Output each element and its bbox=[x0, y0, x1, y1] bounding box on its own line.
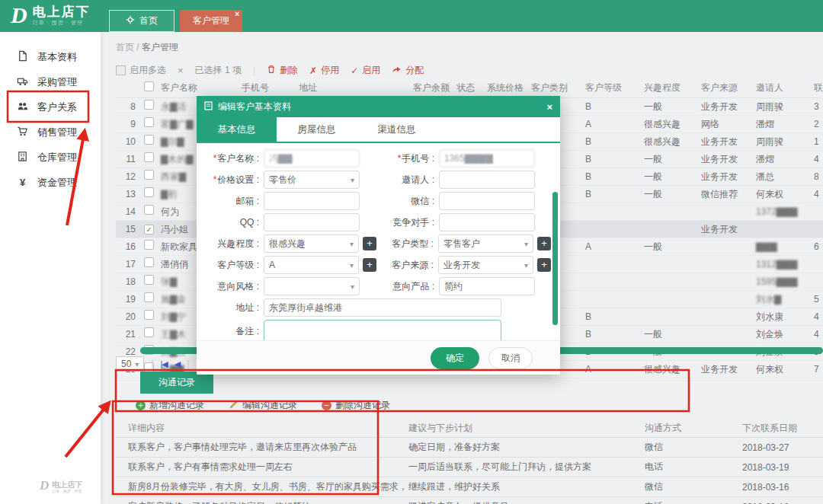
remark-label: 备注 : bbox=[206, 325, 264, 338]
edit-record-button[interactable]: 编辑沟通记录 bbox=[229, 399, 297, 412]
row-checkbox[interactable] bbox=[144, 292, 154, 302]
add-record-button[interactable]: + 新增沟通记录 bbox=[136, 399, 204, 412]
col-balance: 客户余额 bbox=[412, 78, 456, 98]
customer-name-field[interactable] bbox=[264, 149, 360, 167]
intent-style-label: 意向风格 : bbox=[206, 280, 264, 293]
add-source-option-button[interactable]: + bbox=[537, 258, 551, 272]
sidebar-item-purchase[interactable]: 采购管理 bbox=[0, 69, 101, 94]
customer-source-label: 客户来源 : bbox=[387, 259, 438, 272]
row-checkbox[interactable] bbox=[144, 240, 154, 250]
modal-close-icon[interactable]: × bbox=[546, 101, 552, 113]
tab-channel-info[interactable]: 渠道信息 bbox=[357, 117, 437, 142]
row-checkbox[interactable] bbox=[144, 187, 154, 197]
breadcrumb-home[interactable]: 首页 bbox=[116, 42, 134, 53]
disable-button[interactable]: ✗ 停用 bbox=[309, 64, 339, 77]
communication-table: 详细内容 建议与下步计划 沟通方式 下次联系日期 联系客户，客户事情处理完毕，邀… bbox=[116, 419, 823, 504]
tab-basic-info[interactable]: 基本信息 bbox=[197, 117, 277, 142]
modal-body: *客户名称 : *手机号 : *价格设置 : 零售价▾ 邀请人 : 邮箱 : 微… bbox=[197, 143, 560, 343]
row-checkbox[interactable] bbox=[144, 135, 154, 145]
customer-source-select[interactable]: 业务开发▾ bbox=[438, 256, 533, 274]
row-checkbox[interactable] bbox=[144, 257, 154, 267]
top-bar: D 电上店下 订单 · 囤货 · 管理 首页 客户管理 × bbox=[0, 0, 823, 32]
multi-select-icon bbox=[116, 65, 126, 75]
prev-page-button[interactable]: ◀ bbox=[175, 359, 180, 369]
modal-title: 编辑客户基本资料 bbox=[218, 100, 291, 113]
col-status: 状态 bbox=[456, 78, 486, 98]
app-title: 电上店下 bbox=[33, 5, 91, 19]
wechat-field[interactable] bbox=[439, 192, 535, 210]
modal-footer: 确定 取消 bbox=[197, 340, 560, 375]
remark-field[interactable] bbox=[264, 320, 501, 343]
delete-record-button[interactable]: − 删除沟通记录 bbox=[322, 399, 390, 412]
comm-row[interactable]: 联系客户，客户有事情需求处理一周左右一周后适当联系，尽可能上门拜访，提供方案电话… bbox=[116, 458, 823, 477]
cross-icon: ✗ bbox=[309, 65, 317, 76]
modal-scrollbar[interactable] bbox=[552, 192, 558, 325]
document-icon bbox=[204, 101, 213, 113]
add-interest-option-button[interactable]: + bbox=[363, 237, 376, 250]
add-grade-option-button[interactable]: + bbox=[363, 258, 376, 272]
inviter-field[interactable] bbox=[439, 171, 535, 189]
customer-type-select[interactable]: 零售客户▾ bbox=[438, 234, 533, 253]
intent-product-label: 意向产品 : bbox=[370, 280, 439, 293]
col-source: 客户来源 bbox=[700, 78, 755, 98]
customer-grade-select[interactable]: A▾ bbox=[264, 256, 359, 274]
selected-count: 已选择 1 项 bbox=[195, 64, 242, 77]
phone-field[interactable] bbox=[439, 149, 535, 167]
multi-select-toggle[interactable]: 启用多选 bbox=[116, 64, 166, 77]
col-name: 客户名称 bbox=[160, 78, 241, 98]
row-checkbox[interactable] bbox=[144, 310, 154, 320]
intent-style-select[interactable]: ▾ bbox=[264, 277, 360, 295]
toolbar-divider: | bbox=[253, 65, 255, 76]
breadcrumb-current: 客户管理 bbox=[142, 42, 178, 53]
tab-house-info[interactable]: 房屋信息 bbox=[277, 117, 357, 142]
sidebar-item-basic-data[interactable]: 基本资料 bbox=[0, 44, 101, 69]
comm-row[interactable]: 联系客户，客户事情处理完毕，邀请来店里再次体验产品确定日期，准备好方案微信201… bbox=[116, 438, 823, 458]
tab-communication-records[interactable]: 沟通记录 bbox=[140, 372, 213, 394]
minus-circle-icon: − bbox=[322, 400, 331, 410]
interest-level-select[interactable]: 很感兴趣▾ bbox=[264, 234, 359, 253]
row-checkbox[interactable] bbox=[144, 275, 154, 285]
first-page-button[interactable]: |◀ bbox=[161, 359, 168, 369]
qq-field[interactable] bbox=[264, 213, 360, 231]
select-all-checkbox[interactable] bbox=[144, 81, 154, 91]
cancel-button[interactable]: 取消 bbox=[488, 347, 533, 369]
sidebar-item-warehouse[interactable]: 仓库管理 bbox=[0, 145, 101, 170]
row-checkbox[interactable] bbox=[144, 205, 154, 215]
email-field[interactable] bbox=[264, 192, 360, 210]
chevron-down-icon: ▾ bbox=[524, 261, 528, 270]
price-setting-select[interactable]: 零售价▾ bbox=[264, 171, 360, 189]
page-size-select[interactable]: 50 ▾ bbox=[116, 356, 144, 372]
sidebar-item-customer-relations[interactable]: 客户关系 bbox=[0, 94, 101, 120]
plus-circle-icon: + bbox=[136, 400, 146, 410]
qq-label: QQ : bbox=[206, 217, 264, 228]
pagination: 50 ▾ | |◀ ◀ | bbox=[116, 356, 189, 372]
row-checkbox[interactable] bbox=[144, 152, 154, 162]
competitor-field[interactable] bbox=[439, 213, 535, 231]
delete-button[interactable]: 删除 bbox=[267, 64, 298, 77]
close-tab-icon[interactable]: × bbox=[235, 11, 239, 18]
comm-row[interactable]: 客户新房装修，了解各种风格家居，偏好简约跟进客户意向，提供意见电话2018-03… bbox=[116, 497, 823, 504]
confirm-button[interactable]: 确定 bbox=[431, 347, 479, 369]
row-checkbox[interactable] bbox=[144, 100, 154, 110]
row-checkbox[interactable] bbox=[144, 327, 154, 337]
row-checkbox[interactable] bbox=[144, 117, 154, 127]
tab-customer-management[interactable]: 客户管理 × bbox=[180, 10, 242, 32]
add-type-option-button[interactable]: + bbox=[537, 237, 551, 250]
col-next-date: 下次联系日期 bbox=[741, 419, 823, 438]
sidebar-item-sales[interactable]: 销售管理 bbox=[0, 120, 101, 145]
clear-selection-icon[interactable]: × bbox=[178, 65, 184, 76]
assign-button[interactable]: 分配 bbox=[392, 64, 424, 77]
comm-row[interactable]: 新房8月份装修完毕，有大房、女儿房、书房、客厅的家具购买需求，确定简约风继续跟进… bbox=[116, 477, 823, 497]
edit-customer-modal: 编辑客户基本资料 × 基本信息 房屋信息 渠道信息 *客户名称 : *手机号 :… bbox=[197, 96, 560, 375]
tab-home[interactable]: 首页 bbox=[109, 10, 175, 32]
sidebar-item-funds[interactable]: ¥ 资金管理 bbox=[0, 170, 101, 195]
row-checkbox-checked[interactable]: ✓ bbox=[144, 225, 154, 234]
col-sys-price: 系统价格 bbox=[486, 78, 530, 98]
address-field[interactable] bbox=[264, 298, 501, 317]
intent-product-field[interactable] bbox=[439, 277, 535, 295]
row-checkbox[interactable] bbox=[144, 170, 154, 180]
inviter-label: 邀请人 : bbox=[370, 174, 439, 187]
enable-button[interactable]: ✓ 启用 bbox=[351, 64, 380, 77]
chevron-down-icon: ▾ bbox=[351, 282, 354, 291]
customer-name-label: *客户名称 : bbox=[206, 152, 264, 165]
